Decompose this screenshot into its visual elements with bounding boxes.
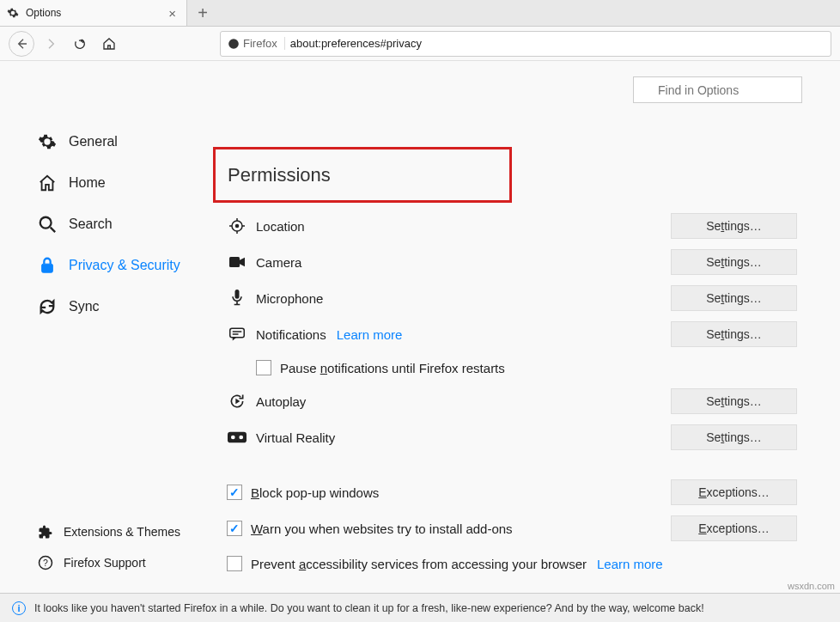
perm-row-notifications: Notifications Learn more Settings…	[213, 316, 797, 352]
arrow-left-icon	[15, 37, 28, 51]
settings-button-autoplay[interactable]: Settings…	[671, 388, 797, 414]
svg-rect-17	[230, 328, 245, 338]
perm-row-autoplay: Autoplay Settings…	[213, 383, 797, 419]
learn-more-link[interactable]: Learn more	[337, 327, 403, 342]
exceptions-button-popups[interactable]: Exceptions…	[671, 479, 797, 505]
warn-addons-checkbox[interactable]	[227, 521, 242, 536]
home-button[interactable]	[96, 31, 122, 57]
svg-point-0	[228, 39, 239, 49]
svg-point-24	[239, 436, 243, 440]
settings-button-vr[interactable]: Settings…	[671, 424, 797, 450]
perm-row-camera: Camera Settings…	[213, 244, 797, 280]
learn-more-link[interactable]: Learn more	[597, 557, 663, 571]
message-bar: i It looks like you haven't started Fire…	[0, 593, 840, 622]
perm-label: Notifications	[256, 327, 326, 342]
pause-notifications-label: Pause notifications until Firefox restar…	[280, 361, 505, 375]
sidebar: General Home Search Privacy & Security S…	[0, 61, 213, 585]
perm-label: Camera	[256, 255, 301, 270]
settings-button-microphone[interactable]: Settings…	[671, 285, 797, 311]
microphone-icon	[227, 288, 247, 308]
sidebar-item-label: Sync	[69, 299, 100, 314]
sync-icon	[38, 297, 57, 316]
watermark: wsxdn.com	[788, 581, 835, 591]
nav-bar: Firefox about:preferences#privacy	[0, 27, 840, 61]
preferences-content: General Home Search Privacy & Security S…	[0, 61, 840, 585]
svg-point-8	[235, 224, 240, 229]
sidebar-bottom: Extensions & Themes ? Firefox Support	[0, 516, 213, 585]
block-popups-row: Block pop-up windows Exceptions…	[213, 474, 797, 510]
sidebar-item-label: Extensions & Themes	[64, 525, 180, 539]
sidebar-item-label: Home	[69, 175, 106, 191]
sidebar-item-extensions[interactable]: Extensions & Themes	[0, 516, 213, 547]
settings-button-location[interactable]: Settings…	[671, 213, 797, 239]
sidebar-item-search[interactable]: Search	[0, 204, 213, 245]
forward-button[interactable]	[38, 31, 64, 57]
perm-label: Location	[256, 219, 305, 234]
svg-text:?: ?	[43, 558, 48, 568]
url-text: about:preferences#privacy	[290, 37, 422, 50]
svg-rect-14	[229, 257, 240, 267]
svg-marker-21	[235, 399, 240, 405]
sidebar-item-label: Privacy & Security	[69, 258, 180, 273]
svg-rect-22	[228, 432, 247, 443]
url-bar[interactable]: Firefox about:preferences#privacy	[220, 31, 831, 57]
pause-notifications-row: Pause notifications until Firefox restar…	[213, 352, 797, 383]
prevent-a11y-row: Prevent accessibility services from acce…	[213, 546, 797, 581]
message-text: It looks like you haven't started Firefo…	[34, 602, 704, 614]
svg-rect-16	[235, 290, 240, 299]
perm-label: Virtual Reality	[256, 430, 335, 445]
tab-title: Options	[26, 7, 158, 19]
block-popups-label: Block pop-up windows	[251, 485, 379, 500]
reload-button[interactable]	[67, 31, 93, 57]
gear-icon	[7, 7, 19, 19]
firefox-icon	[228, 38, 240, 50]
autoplay-icon	[227, 391, 247, 412]
sidebar-item-label: Search	[69, 216, 113, 232]
arrow-right-icon	[44, 37, 58, 51]
sidebar-item-label: Firefox Support	[64, 556, 146, 570]
exceptions-button-addons[interactable]: Exceptions…	[671, 515, 797, 541]
home-icon	[38, 174, 57, 192]
svg-rect-5	[42, 264, 53, 272]
reload-icon	[73, 37, 87, 51]
sidebar-item-general[interactable]: General	[0, 121, 213, 162]
block-popups-checkbox[interactable]	[227, 485, 242, 500]
settings-button-camera[interactable]: Settings…	[671, 249, 797, 275]
perm-label: Autoplay	[256, 394, 306, 409]
camera-icon	[227, 252, 247, 272]
perm-row-location: Location Settings…	[213, 208, 797, 244]
home-icon	[102, 37, 116, 51]
tab-options[interactable]: Options ×	[0, 0, 187, 26]
sidebar-item-sync[interactable]: Sync	[0, 286, 213, 327]
help-icon: ?	[38, 555, 53, 570]
search-icon	[38, 215, 57, 234]
sidebar-item-label: General	[69, 134, 118, 149]
svg-marker-15	[240, 258, 245, 267]
sidebar-item-home[interactable]: Home	[0, 162, 213, 204]
tab-bar: Options × +	[0, 0, 840, 27]
prevent-a11y-label: Prevent accessibility services from acce…	[251, 557, 587, 571]
svg-point-3	[40, 217, 52, 229]
new-tab-button[interactable]: +	[187, 0, 218, 26]
perm-label: Microphone	[256, 291, 323, 306]
section-title: Permissions	[228, 164, 331, 186]
section-title-highlight: Permissions	[213, 147, 512, 203]
gear-icon	[38, 132, 57, 151]
close-icon[interactable]: ×	[165, 6, 180, 21]
perm-row-microphone: Microphone Settings…	[213, 280, 797, 316]
location-icon	[227, 216, 247, 236]
pause-notifications-checkbox[interactable]	[256, 360, 271, 375]
settings-button-notifications[interactable]: Settings…	[671, 321, 797, 347]
lock-icon	[38, 256, 57, 275]
sidebar-item-support[interactable]: ? Firefox Support	[0, 547, 213, 578]
sidebar-item-privacy[interactable]: Privacy & Security	[0, 245, 213, 286]
vr-icon	[227, 427, 247, 448]
warn-addons-row: Warn you when websites try to install ad…	[213, 510, 797, 546]
prevent-a11y-checkbox[interactable]	[227, 556, 242, 571]
notification-icon	[227, 324, 247, 345]
url-identity: Firefox	[228, 37, 285, 50]
warn-addons-label: Warn you when websites try to install ad…	[251, 521, 513, 536]
perm-row-vr: Virtual Reality Settings…	[213, 419, 797, 455]
svg-point-23	[231, 436, 235, 440]
back-button[interactable]	[9, 31, 34, 57]
